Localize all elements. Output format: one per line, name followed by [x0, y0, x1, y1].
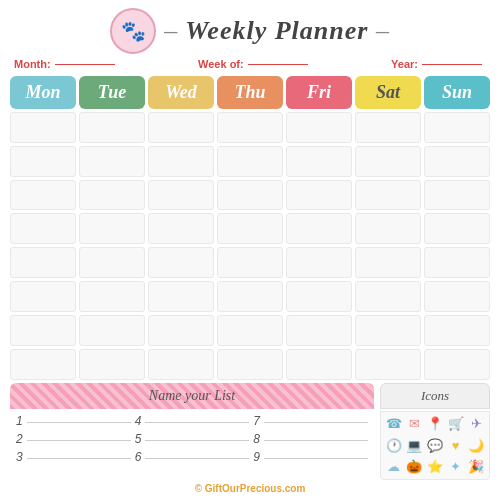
row-cell[interactable] — [217, 247, 283, 278]
list-item[interactable]: 2 — [16, 431, 131, 447]
row-cell[interactable] — [217, 213, 283, 244]
list-line — [27, 422, 131, 423]
icon-item: ⭐ — [426, 458, 444, 476]
row-cell[interactable] — [10, 281, 76, 312]
row-cell[interactable] — [355, 213, 421, 244]
list-line — [264, 458, 368, 459]
row-cell[interactable] — [217, 180, 283, 211]
row-cell[interactable] — [355, 180, 421, 211]
footer-text: © GiftOurPrecious.com — [195, 483, 306, 494]
list-line — [145, 440, 249, 441]
row-cell[interactable] — [286, 213, 352, 244]
row-cell[interactable] — [10, 180, 76, 211]
row-cell[interactable] — [286, 349, 352, 380]
list-line — [27, 440, 131, 441]
row-cell[interactable] — [148, 349, 214, 380]
list-item[interactable]: 6 — [135, 449, 250, 465]
list-number: 9 — [253, 450, 260, 464]
row-cell[interactable] — [79, 213, 145, 244]
weekly-planner-page: 🐾 – Weekly Planner – Month: Week of: Yea… — [0, 0, 500, 500]
list-item[interactable]: 9 — [253, 449, 368, 465]
row-cell[interactable] — [148, 213, 214, 244]
row-cell[interactable] — [79, 146, 145, 177]
row-cell[interactable] — [79, 180, 145, 211]
day-sat: Sat — [355, 76, 421, 109]
row-cell[interactable] — [355, 247, 421, 278]
row-cell[interactable] — [424, 281, 490, 312]
row-cell[interactable] — [424, 112, 490, 143]
row-cell[interactable] — [217, 281, 283, 312]
icon-item: 💻 — [406, 437, 424, 455]
logo: 🐾 — [110, 8, 156, 54]
list-item[interactable]: 8 — [253, 431, 368, 447]
row-cell[interactable] — [10, 112, 76, 143]
row-cell[interactable] — [355, 281, 421, 312]
days-header: MonTueWedThuFriSatSun — [10, 76, 490, 109]
year-label: Year: — [391, 58, 418, 70]
row-cell[interactable] — [355, 146, 421, 177]
icon-item: 📍 — [426, 415, 444, 433]
row-cell[interactable] — [148, 146, 214, 177]
bottom-section: Name your List 147258369 Icons ☎✉📍🛒✈🕐💻💬♥… — [10, 383, 490, 480]
row-cell[interactable] — [355, 112, 421, 143]
list-number: 6 — [135, 450, 142, 464]
row-cell[interactable] — [148, 112, 214, 143]
list-item[interactable]: 1 — [16, 413, 131, 429]
icon-item: 🌙 — [467, 437, 485, 455]
list-item[interactable]: 7 — [253, 413, 368, 429]
row-cell[interactable] — [217, 349, 283, 380]
row-cell[interactable] — [148, 247, 214, 278]
row-cell[interactable] — [286, 281, 352, 312]
list-item[interactable]: 3 — [16, 449, 131, 465]
row-cell[interactable] — [79, 281, 145, 312]
row-cell[interactable] — [355, 349, 421, 380]
list-item[interactable]: 4 — [135, 413, 250, 429]
row-cell[interactable] — [286, 247, 352, 278]
row-cell[interactable] — [10, 146, 76, 177]
row-cell[interactable] — [79, 349, 145, 380]
row-cell[interactable] — [217, 146, 283, 177]
year-line — [422, 64, 482, 65]
list-number: 4 — [135, 414, 142, 428]
row-cell[interactable] — [79, 315, 145, 346]
row-cell[interactable] — [424, 315, 490, 346]
row-cell[interactable] — [424, 213, 490, 244]
row-cell[interactable] — [424, 349, 490, 380]
row-cell[interactable] — [79, 112, 145, 143]
header: 🐾 – Weekly Planner – — [10, 8, 490, 54]
row-cell[interactable] — [10, 349, 76, 380]
row-cell[interactable] — [10, 247, 76, 278]
row-cell[interactable] — [424, 247, 490, 278]
row-cell[interactable] — [148, 180, 214, 211]
row-cell[interactable] — [286, 180, 352, 211]
row-cell[interactable] — [286, 112, 352, 143]
row-cell[interactable] — [148, 281, 214, 312]
row-cell[interactable] — [424, 180, 490, 211]
list-item[interactable]: 5 — [135, 431, 250, 447]
day-mon: Mon — [10, 76, 76, 109]
icon-item: ♥ — [447, 437, 465, 455]
row-cell[interactable] — [10, 315, 76, 346]
name-list-section: Name your List 147258369 — [10, 383, 374, 480]
row-cell[interactable] — [217, 112, 283, 143]
list-number: 1 — [16, 414, 23, 428]
row-cell[interactable] — [286, 315, 352, 346]
row-cell[interactable] — [286, 146, 352, 177]
row-cell[interactable] — [79, 247, 145, 278]
row-cell[interactable] — [148, 315, 214, 346]
list-number: 8 — [253, 432, 260, 446]
week-of-label: Week of: — [198, 58, 244, 70]
row-cell[interactable] — [10, 213, 76, 244]
icons-header: Icons — [380, 383, 490, 409]
row-cell[interactable] — [217, 315, 283, 346]
month-label: Month: — [14, 58, 51, 70]
day-fri: Fri — [286, 76, 352, 109]
icons-section: Icons ☎✉📍🛒✈🕐💻💬♥🌙☁🎃⭐✦🎉 — [380, 383, 490, 480]
page-title: – Weekly Planner – — [164, 16, 390, 46]
footer: © GiftOurPrecious.com — [10, 483, 490, 494]
grid-rows — [10, 112, 490, 379]
row-cell[interactable] — [355, 315, 421, 346]
row-cell[interactable] — [424, 146, 490, 177]
icons-grid: ☎✉📍🛒✈🕐💻💬♥🌙☁🎃⭐✦🎉 — [380, 411, 490, 480]
col-fri — [286, 112, 352, 379]
